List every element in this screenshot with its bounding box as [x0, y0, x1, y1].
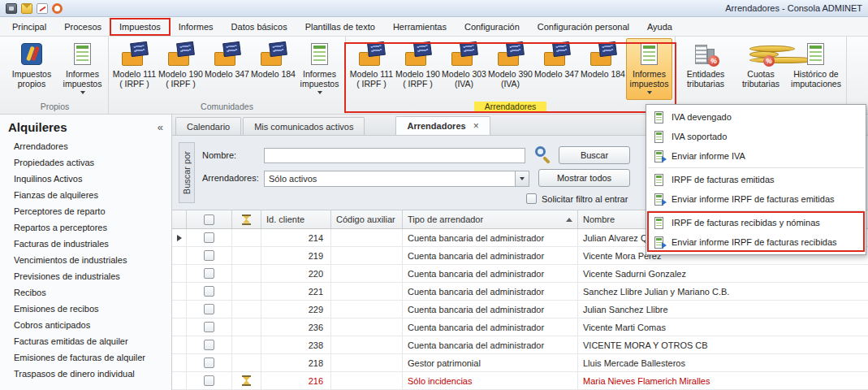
chevron-down-icon	[647, 91, 652, 94]
record-icon[interactable]	[52, 3, 63, 14]
cell-id-cliente: 220	[261, 265, 331, 282]
header-incidencia-cell	[232, 210, 261, 228]
header-id-cliente[interactable]: Id. cliente	[261, 210, 331, 228]
row-checkbox-cell	[187, 283, 232, 300]
sidebar-item[interactable]: Fianzas de alquileres	[0, 187, 171, 203]
mail-icon[interactable]	[21, 3, 32, 14]
notes-icon[interactable]	[37, 3, 48, 14]
tab-calendario[interactable]: Calendario	[175, 117, 241, 135]
tab-arrendadores[interactable]: Arrendadores ×	[395, 116, 490, 135]
sidebar-item[interactable]: Vencimientos de industriales	[0, 252, 171, 268]
buscar-button[interactable]: Buscar	[559, 146, 630, 164]
header-codigo-auxiliar[interactable]: Código auxiliar	[331, 210, 403, 228]
menu-item-iva-devengado[interactable]: IVA devengado	[646, 107, 866, 127]
solicitar-filtro-checkbox[interactable]	[526, 193, 537, 204]
header-tipo-arrendador[interactable]: Tipo de arrendador	[403, 210, 578, 228]
app-icon[interactable]	[6, 3, 17, 14]
impuestos-propios-button[interactable]: Impuestos propios	[4, 38, 59, 100]
row-checkbox[interactable]	[204, 286, 214, 297]
row-checkbox[interactable]	[204, 232, 214, 243]
mostrar-todos-button[interactable]: Mostrar todos	[538, 169, 630, 187]
table-row[interactable]: 229 Cuenta bancaria del administrador Ju…	[172, 301, 868, 318]
table-row[interactable]: 236 Cuenta bancaria del administrador Vi…	[172, 318, 868, 336]
informes-impuestos-comunidades-button[interactable]: Informes impuestos	[296, 38, 343, 100]
sidebar-item[interactable]: Perceptores de reparto	[0, 203, 171, 219]
menu-item-ayuda[interactable]: Ayuda	[638, 17, 681, 36]
sidebar-item[interactable]: Previsiones de industriales	[0, 268, 171, 284]
menu-item-iva-soportado[interactable]: IVA soportado	[646, 127, 866, 146]
row-incidencia-cell	[232, 336, 261, 353]
menu-item-principal[interactable]: Principal	[3, 17, 55, 36]
collapse-icon[interactable]: «	[158, 121, 163, 133]
menu-item-impuestos[interactable]: Impuestos	[110, 17, 170, 36]
tab-label: Arrendadores	[407, 121, 465, 131]
modelo-347-comunidades-button[interactable]: Modelo 347	[204, 38, 250, 100]
table-row[interactable]: 238 Cuenta bancaria del administrador VI…	[172, 336, 868, 354]
historico-imputaciones-button[interactable]: Histórico de imputaciones	[788, 38, 844, 100]
menu-item-enviar-informe-iva[interactable]: Enviar informe IVA	[646, 146, 866, 166]
row-checkbox[interactable]	[204, 322, 214, 332]
menu-label: Plantillas de texto	[305, 22, 375, 32]
arrendadores-select[interactable]: Sólo activos	[264, 171, 529, 187]
sidebar-item[interactable]: Cobros anticipados	[0, 317, 171, 333]
menu-item-enviar-irpf-facturas-emitidas[interactable]: Enviar informe IRPF de facturas emitidas	[646, 189, 866, 209]
sidebar-item[interactable]: Facturas de industriales	[0, 236, 171, 252]
menu-item-plantillas[interactable]: Plantillas de texto	[296, 17, 384, 36]
modelo-111-arrendadores-button[interactable]: Modelo 111 ( IRPF )	[348, 38, 395, 100]
nombre-input[interactable]	[264, 148, 525, 163]
menu-item-enviar-irpf-facturas-recibidas[interactable]: Enviar informe IRPF de facturas recibida…	[646, 232, 866, 252]
table-row[interactable]: 216 Sólo incidencias Maria Nieves Flamer…	[172, 372, 868, 390]
row-checkbox[interactable]	[204, 375, 214, 386]
modelo-190-arrendadores-button[interactable]: Modelo 190 ( IRPF )	[395, 38, 441, 100]
row-checkbox[interactable]	[204, 268, 214, 279]
sidebar-item[interactable]: Inquilinos Activos	[0, 171, 171, 187]
cuotas-tributarias-button[interactable]: % Cuotas tributarias	[733, 38, 788, 100]
tab-mis-comunicados[interactable]: Mis comunicados activos	[243, 117, 365, 135]
cell-tipo-arrendador: Cuenta bancaria del administrador	[403, 247, 578, 264]
sidebar-item[interactable]: Emisiones de facturas de alquiler	[0, 349, 171, 366]
row-incidencia-cell	[232, 301, 261, 318]
table-row[interactable]: 221 Cuenta bancaria del administrador Sa…	[172, 283, 868, 301]
sidebar-item[interactable]: Emisiones de recibos	[0, 301, 171, 317]
sidebar-item[interactable]: Repartos a perceptores	[0, 219, 171, 236]
informes-impuestos-propios-button[interactable]: Informes impuestos	[59, 38, 106, 100]
sidebar-item[interactable]: Traspasos de dinero individual	[0, 366, 171, 382]
cell-codigo-auxiliar	[331, 229, 403, 246]
modelo-347-arrendadores-button[interactable]: Modelo 347	[533, 38, 580, 100]
chevron-down-icon[interactable]	[515, 171, 529, 186]
table-row[interactable]: 218 Gestor patrimonial Lluis Mercade Bal…	[172, 354, 868, 372]
table-row[interactable]: 220 Cuenta bancaria del administrador Vi…	[172, 265, 868, 283]
sidebar-item[interactable]: Propiedades activas	[0, 154, 171, 171]
modelo-184-arrendadores-button[interactable]: Modelo 184	[580, 38, 626, 100]
modelo-190-comunidades-button[interactable]: Modelo 190 ( IRPF )	[158, 38, 204, 100]
row-checkbox[interactable]	[204, 250, 214, 261]
menu-item-irpf-facturas-emitidas[interactable]: IRPF de facturas emitidas	[646, 170, 866, 189]
buscar-por-strip: Buscar por	[179, 142, 195, 203]
entidades-tributarias-button[interactable]: % Entidades tributarias	[678, 38, 733, 100]
ribbon-group-tributarias: % Entidades tributarias % Cuotas tributa…	[676, 37, 847, 114]
sidebar-item[interactable]: Recibos	[0, 284, 171, 301]
select-all-checkbox[interactable]	[204, 214, 214, 225]
menu-item-configuracion[interactable]: Configuración	[456, 17, 529, 36]
cell-tipo-arrendador: Cuenta bancaria del administrador	[403, 336, 578, 353]
modelo-303-arrendadores-button[interactable]: Modelo 303 (IVA)	[441, 38, 487, 100]
sidebar-item-arrendadores[interactable]: Arrendadores	[0, 138, 171, 154]
row-checkbox[interactable]	[204, 340, 214, 350]
informes-impuestos-arrendadores-button[interactable]: Informes impuestos	[626, 38, 672, 100]
ribbon-button-label: Informes impuestos	[627, 69, 672, 89]
sidebar-item[interactable]: Facturas emitidas de alquiler	[0, 333, 171, 349]
menu-item-irpf-facturas-recibidas[interactable]: IRPF de facturas recibidas y nóminas	[646, 213, 866, 232]
modelo-icon	[121, 42, 149, 67]
row-checkbox[interactable]	[204, 358, 214, 368]
modelo-184-comunidades-button[interactable]: Modelo 184	[250, 38, 296, 100]
menu-item-herramientas[interactable]: Herramientas	[384, 17, 456, 36]
row-checkbox[interactable]	[204, 304, 214, 314]
modelo-111-comunidades-button[interactable]: Modelo 111 ( IRPF )	[111, 38, 158, 100]
menu-item-informes[interactable]: Informes	[170, 17, 222, 36]
menu-item-procesos[interactable]: Procesos	[55, 17, 110, 36]
menu-item-datos-basicos[interactable]: Datos básicos	[222, 17, 296, 36]
cell-nombre: VICENTE MORA Y OTROS CB	[578, 336, 868, 353]
menu-item-configuracion-personal[interactable]: Configuración personal	[529, 17, 638, 36]
modelo-390-arrendadores-button[interactable]: Modelo 390 (IVA)	[487, 38, 533, 100]
close-icon[interactable]: ×	[473, 120, 479, 132]
